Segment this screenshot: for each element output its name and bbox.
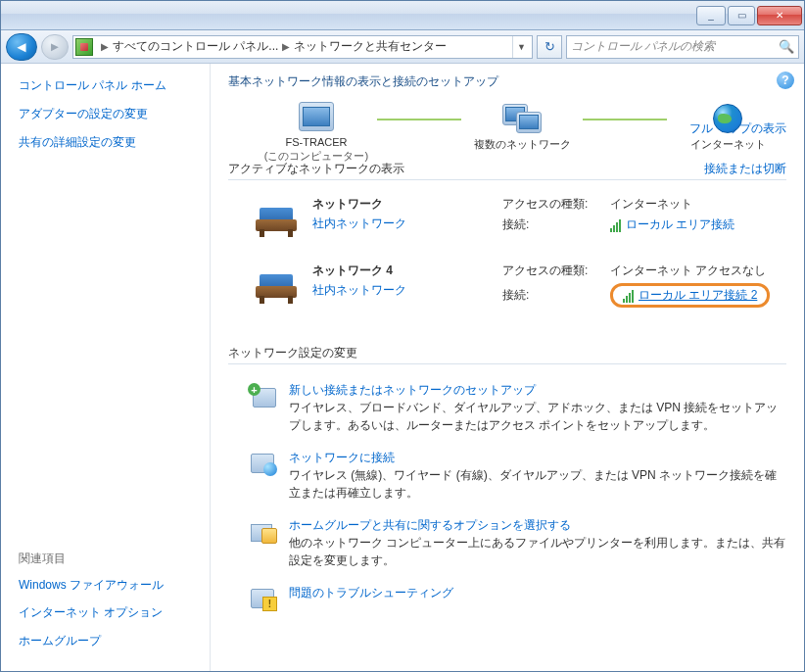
main-content: ? 基本ネットワーク情報の表示と接続のセットアップ FS-TRACER (このコ…	[211, 64, 804, 671]
map-label-networks: 複数のネットワーク	[474, 137, 571, 151]
help-icon[interactable]: ?	[777, 72, 794, 89]
maximize-icon: ▭	[737, 10, 746, 21]
sidebar-homegroup[interactable]: ホームグループ	[19, 633, 200, 649]
active-networks-heading: アクティブなネットワークの表示	[228, 161, 404, 177]
map-connector	[583, 119, 667, 120]
connection-link-1[interactable]: ローカル エリア接続	[610, 216, 734, 233]
search-input[interactable]: コントロール パネルの検索 🔍	[566, 35, 799, 59]
setting-connect-network: ネットワークに接続 ワイヤレス (無線)、ワイヤード (有線)、ダイヤルアップ、…	[228, 440, 786, 507]
maximize-button[interactable]: ▭	[728, 6, 755, 25]
forward-button[interactable]: ►	[41, 34, 69, 60]
sidebar-adapter-settings[interactable]: アダプターの設定の変更	[19, 106, 200, 122]
multiple-networks-icon	[502, 104, 542, 133]
settings-list: 新しい接続またはネットワークのセットアップ ワイヤレス、ブロードバンド、ダイヤル…	[228, 372, 786, 618]
computer-icon	[299, 102, 334, 131]
sidebar-firewall[interactable]: Windows ファイアウォール	[19, 577, 200, 594]
network-settings-heading: ネットワーク設定の変更	[228, 345, 786, 364]
sidebar-home[interactable]: コントロール パネル ホーム	[19, 77, 200, 94]
address-dropdown[interactable]: ▼	[512, 36, 530, 58]
map-label-internet: インターネット	[690, 137, 766, 151]
sidebar-internet-options[interactable]: インターネット オプション	[19, 604, 200, 621]
setting-title-link[interactable]: ホームグループと共有に関するオプションを選択する	[289, 518, 571, 532]
minimize-button[interactable]: _	[696, 6, 726, 25]
breadcrumb[interactable]: ▶ すべてのコントロール パネル... ▶ ネットワークと共有センター ▼	[72, 35, 533, 59]
access-type-value: インターネット アクセスなし	[610, 263, 766, 279]
connect-network-icon	[248, 450, 277, 477]
connection-link-2[interactable]: ローカル エリア接続 2	[623, 287, 757, 304]
search-icon: 🔍	[779, 39, 794, 54]
setting-desc: 他のネットワーク コンピューター上にあるファイルやプリンターを利用します。または…	[289, 534, 786, 569]
access-type-value: インターネット	[610, 196, 692, 213]
sidebar: コントロール パネル ホーム アダプターの設定の変更 共有の詳細設定の変更 関連…	[1, 64, 211, 671]
map-node-this-pc[interactable]: FS-TRACER (このコンピューター)	[258, 102, 375, 164]
network-card-1: ネットワーク 社内ネットワーク アクセスの種類: インターネット 接続: ローカ…	[228, 180, 786, 247]
close-icon: ✕	[776, 10, 783, 21]
signal-icon	[623, 289, 635, 303]
search-placeholder: コントロール パネルの検索	[571, 38, 715, 55]
access-type-label: アクセスの種類:	[502, 263, 610, 279]
connection-label: 接続:	[502, 287, 610, 304]
network-card-2: ネットワーク 4 社内ネットワーク アクセスの種類: インターネット アクセスな…	[228, 247, 786, 321]
sidebar-sharing-settings[interactable]: 共有の詳細設定の変更	[19, 134, 200, 151]
work-network-icon	[254, 196, 299, 237]
minimize-icon: _	[708, 10, 714, 21]
setting-title-link[interactable]: 問題のトラブルシューティング	[289, 586, 453, 600]
refresh-button[interactable]: ↻	[537, 35, 562, 59]
setting-new-connection: 新しい接続またはネットワークのセットアップ ワイヤレス、ブロードバンド、ダイヤル…	[228, 372, 786, 440]
setting-title-link[interactable]: ネットワークに接続	[289, 451, 395, 464]
highlighted-connection: ローカル エリア接続 2	[610, 283, 770, 308]
address-bar: ◄ ► ▶ すべてのコントロール パネル... ▶ ネットワークと共有センター …	[1, 30, 804, 64]
map-connector	[377, 119, 461, 120]
related-heading: 関連項目	[19, 551, 200, 567]
network-type-link[interactable]: 社内ネットワーク	[312, 216, 406, 230]
homegroup-icon	[248, 517, 277, 545]
page-title: 基本ネットワーク情報の表示と接続のセットアップ	[228, 73, 786, 90]
chevron-right-icon: ▶	[97, 41, 113, 52]
setting-troubleshoot: 問題のトラブルシューティング	[228, 575, 786, 618]
close-button[interactable]: ✕	[757, 6, 802, 25]
setting-desc: ワイヤレス (無線)、ワイヤード (有線)、ダイヤルアップ、または VPN ネッ…	[289, 466, 786, 502]
setting-desc: ワイヤレス、ブロードバンド、ダイヤルアップ、アドホック、または VPN 接続をセ…	[289, 399, 786, 434]
control-panel-icon	[75, 38, 93, 56]
titlebar: _ ▭ ✕	[1, 1, 804, 30]
crumb-all-items[interactable]: すべてのコントロール パネル...	[113, 38, 278, 55]
connect-disconnect-link[interactable]: 接続または切断	[704, 161, 786, 177]
access-type-label: アクセスの種類:	[502, 196, 610, 213]
map-label-pc: FS-TRACER	[286, 135, 348, 149]
connection-label: 接続:	[502, 216, 610, 233]
back-button[interactable]: ◄	[6, 33, 37, 61]
network-type-link[interactable]: 社内ネットワーク	[312, 283, 406, 297]
window: _ ▭ ✕ ◄ ► ▶ すべてのコントロール パネル... ▶ ネットワークと共…	[0, 0, 805, 672]
setting-title-link[interactable]: 新しい接続またはネットワークのセットアップ	[289, 383, 536, 397]
setting-homegroup: ホームグループと共有に関するオプションを選択する 他のネットワーク コンピュータ…	[228, 507, 786, 575]
globe-icon	[713, 104, 742, 133]
troubleshoot-icon	[248, 585, 277, 612]
new-connection-icon	[248, 382, 277, 409]
connection-link-text: ローカル エリア接続 2	[639, 287, 757, 304]
active-networks-heading-row: アクティブなネットワークの表示 接続または切断	[228, 161, 786, 180]
network-name: ネットワーク	[312, 196, 489, 213]
crumb-network-center[interactable]: ネットワークと共有センター	[294, 38, 447, 55]
map-node-networks[interactable]: 複数のネットワーク	[463, 104, 581, 163]
network-name: ネットワーク 4	[312, 263, 489, 279]
signal-icon	[610, 218, 622, 232]
work-network-icon	[254, 263, 299, 304]
body: コントロール パネル ホーム アダプターの設定の変更 共有の詳細設定の変更 関連…	[1, 64, 804, 671]
chevron-right-icon: ▶	[278, 41, 294, 52]
connection-link-text: ローカル エリア接続	[626, 216, 734, 233]
